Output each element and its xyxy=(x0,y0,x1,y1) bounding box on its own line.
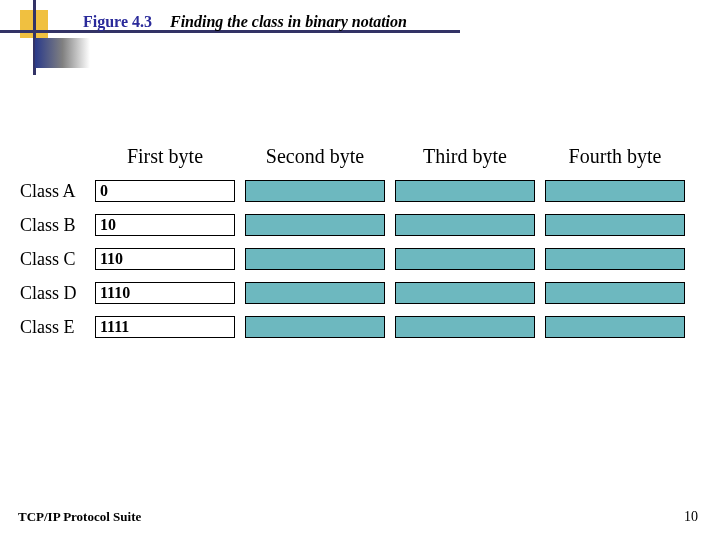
footer-text: TCP/IP Protocol Suite xyxy=(18,509,141,525)
col-third-byte: Third byte xyxy=(395,145,535,168)
first-byte-cell: 1110 xyxy=(95,282,235,304)
table-row: Class B 10 xyxy=(20,214,700,236)
byte-cell xyxy=(545,180,685,202)
column-headers: First byte Second byte Third byte Fourth… xyxy=(20,145,700,168)
table-row: Class E 1111 xyxy=(20,316,700,338)
class-diagram: First byte Second byte Third byte Fourth… xyxy=(20,145,700,350)
col-second-byte: Second byte xyxy=(245,145,385,168)
slide: Figure 4.3 Finding the class in binary n… xyxy=(0,0,720,540)
byte-cell xyxy=(545,214,685,236)
byte-cell xyxy=(395,248,535,270)
table-row: Class A 0 xyxy=(20,180,700,202)
row-label-class-c: Class C xyxy=(20,249,95,270)
header-spacer xyxy=(20,145,95,168)
figure-title: Finding the class in binary notation xyxy=(170,13,407,31)
byte-cell xyxy=(245,214,385,236)
row-label-class-a: Class A xyxy=(20,181,95,202)
row-label-class-d: Class D xyxy=(20,283,95,304)
row-label-class-e: Class E xyxy=(20,317,95,338)
byte-cell xyxy=(545,316,685,338)
byte-cell xyxy=(395,214,535,236)
col-fourth-byte: Fourth byte xyxy=(545,145,685,168)
first-byte-cell: 110 xyxy=(95,248,235,270)
byte-cell xyxy=(245,248,385,270)
table-row: Class D 1110 xyxy=(20,282,700,304)
decor-gradient-block xyxy=(35,38,90,68)
table-row: Class C 110 xyxy=(20,248,700,270)
page-number: 10 xyxy=(684,509,698,525)
byte-cell xyxy=(395,180,535,202)
byte-cell xyxy=(245,282,385,304)
byte-cell xyxy=(395,316,535,338)
figure-label: Figure 4.3 xyxy=(83,13,152,31)
byte-cell xyxy=(395,282,535,304)
first-byte-cell: 0 xyxy=(95,180,235,202)
byte-cell xyxy=(245,316,385,338)
first-byte-cell: 10 xyxy=(95,214,235,236)
first-byte-cell: 1111 xyxy=(95,316,235,338)
byte-cell xyxy=(545,248,685,270)
byte-cell xyxy=(545,282,685,304)
col-first-byte: First byte xyxy=(95,145,235,168)
row-label-class-b: Class B xyxy=(20,215,95,236)
byte-cell xyxy=(245,180,385,202)
